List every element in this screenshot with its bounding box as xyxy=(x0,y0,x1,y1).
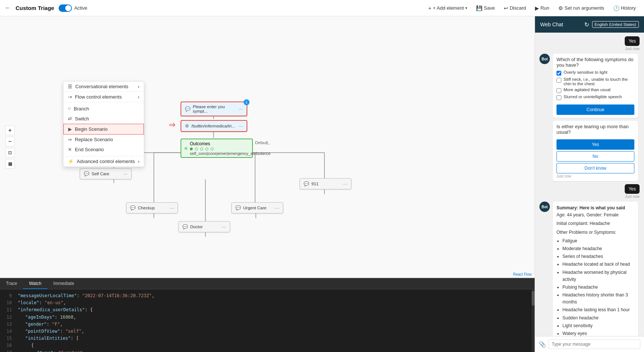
continue-button[interactable]: Continue xyxy=(557,104,634,115)
user-message-yes-2: Yes Just now xyxy=(539,184,640,199)
symptom-item: Watery eyes xyxy=(562,330,634,336)
outcome-dot-5 xyxy=(211,147,214,150)
checkbox-sensitive-light-input[interactable] xyxy=(557,71,561,76)
nine11-menu[interactable]: ··· xyxy=(343,181,347,187)
symptoms-checkboxes: Overly sensitive to light Stiff neck, i.… xyxy=(557,70,634,100)
back-button[interactable]: ← xyxy=(4,4,11,12)
flow-control-elements-header[interactable]: ⇢ Flow control elements › xyxy=(63,92,144,102)
canvas-area: ☰ Conversational elements › ⇢ Flow contr… xyxy=(0,16,535,352)
selfcare-icon: 💬 xyxy=(84,171,89,176)
discard-icon: ↩ xyxy=(504,5,508,11)
advanced-control-elements-header[interactable]: ⚡ Advanced control elements › xyxy=(63,156,144,167)
zoom-controls: + − ⊡ ▦ xyxy=(5,126,15,169)
debug-tabs: Trace Watch Immediate xyxy=(0,279,535,289)
symptom-item: Headaches history shorter than 3 months xyxy=(562,292,634,306)
yes-button[interactable]: Yes xyxy=(557,139,634,150)
checkbox-stiff-neck[interactable]: Stiff neck, i.e., unable to touch the ch… xyxy=(557,77,634,86)
bot-bubble-symptoms: Which of the following symptoms do you h… xyxy=(553,54,638,118)
toolbar-actions: + + Add element ▾ 💾 Save ↩ Discard ▶ Run… xyxy=(425,4,640,13)
menu-item-branch[interactable]: ⑂ Branch xyxy=(63,104,144,114)
user-bubble-yes-2: Yes xyxy=(625,184,640,194)
attach-button[interactable]: 📎 xyxy=(539,341,546,348)
nine11-node[interactable]: 💬 911 ··· xyxy=(300,178,351,189)
immediate-tab[interactable]: Immediate xyxy=(47,279,80,289)
discard-button[interactable]: ↩ Discard xyxy=(500,4,530,13)
flow-icon: ⇢ xyxy=(68,94,72,100)
react-flow-label: React Flow xyxy=(513,272,532,276)
dont-know-button[interactable]: Don't know xyxy=(557,163,634,173)
outcome-dot-3 xyxy=(200,147,203,150)
menu-item-end-scenario[interactable]: ✕ End Scenario xyxy=(63,145,144,155)
branch-icon: ⑂ xyxy=(68,106,71,112)
checkbox-sensitive-light[interactable]: Overly sensitive to light xyxy=(557,70,634,76)
debug-content[interactable]: 9"messageUserLocalTime": "2022-07-14T16:… xyxy=(0,289,535,352)
add-element-button[interactable]: + + Add element ▾ xyxy=(425,4,471,13)
menu-item-replace-scenario[interactable]: ⇒ Replace Scenario xyxy=(63,135,144,145)
history-button[interactable]: 🕐 History xyxy=(610,4,640,13)
symptom-item: Light sensitivity xyxy=(562,322,634,329)
symptom-node[interactable]: 💬 Please enter you sympt... ··· 1 xyxy=(181,102,247,116)
language-selector[interactable]: English (United States) xyxy=(592,21,639,28)
save-icon: 💾 xyxy=(476,5,482,11)
checkbox-stiff-neck-input[interactable] xyxy=(557,78,561,83)
zoom-in-button[interactable]: + xyxy=(5,126,15,135)
run-button[interactable]: ▶ Run xyxy=(531,4,553,13)
minimap-button[interactable]: ▦ xyxy=(5,159,15,169)
bot-eye-tearing-message: Is either eye tearing up more than usual… xyxy=(539,121,640,181)
infermedica-node[interactable]: ⚙ /builtin/infermedica/tri... ··· xyxy=(181,120,247,132)
outcome-dot-2 xyxy=(195,147,198,150)
checkup-node[interactable]: 💬 Checkup ··· xyxy=(126,202,178,213)
self-care-node[interactable]: 💬 Self Care ··· xyxy=(80,168,132,179)
debug-line-12: 12"ageInDays": 16060, xyxy=(4,314,530,321)
message-icon: 💬 xyxy=(185,106,191,112)
symptom-item: Moderate headache xyxy=(562,245,634,252)
debug-panel: Trace Watch Immediate 9"messageUserLocal… xyxy=(0,278,535,352)
webchat-header: Web Chat ↻ English (United States) xyxy=(535,16,644,33)
watch-tab[interactable]: Watch xyxy=(23,279,47,289)
refresh-button[interactable]: ↻ xyxy=(584,21,589,28)
context-menu: ☰ Conversational elements › ⇢ Flow contr… xyxy=(63,81,144,167)
topbar: ← Custom Triage Active + + Add element ▾… xyxy=(0,0,644,16)
outcomes-node[interactable]: ⊕ Outcomes ··· self_cons|cons|emer|emerg… xyxy=(181,139,253,158)
symptom-badge: 1 xyxy=(244,99,250,105)
debug-line-9: 9"messageUserLocalTime": "2022-07-14T16:… xyxy=(4,292,530,299)
bot-avatar-2: Bot xyxy=(539,202,550,212)
no-button[interactable]: No xyxy=(557,151,634,162)
fit-view-button[interactable]: ⊡ xyxy=(5,148,15,157)
symptom-item: Series of headaches xyxy=(562,253,634,260)
trace-tab[interactable]: Trace xyxy=(0,279,23,289)
message-input[interactable] xyxy=(548,339,640,349)
zoom-out-button[interactable]: − xyxy=(5,137,15,146)
timestamp-eye: Just now xyxy=(557,174,634,178)
webchat-title: Web Chat xyxy=(540,21,563,27)
set-run-args-button[interactable]: ⚙ Set run arguments xyxy=(555,4,608,13)
replace-scenario-icon: ⇒ xyxy=(68,137,72,142)
infermedica-node-menu[interactable]: ··· xyxy=(238,123,243,129)
timestamp-2: Just now xyxy=(625,195,640,199)
toggle-track[interactable] xyxy=(59,4,72,12)
flow-canvas[interactable]: ☰ Conversational elements › ⇢ Flow contr… xyxy=(0,16,535,278)
checkbox-agitated[interactable]: More agitated than usual xyxy=(557,87,634,93)
webchat-messages[interactable]: Yes Just now Bot Which of the following … xyxy=(535,33,644,336)
selfcare-menu[interactable]: ··· xyxy=(123,171,128,177)
outcomes-label: Outcomes xyxy=(190,141,210,146)
active-toggle[interactable]: Active xyxy=(59,4,87,12)
menu-item-switch[interactable]: ⇄ Switch xyxy=(63,114,144,124)
debug-line-14: 14"pointOfView": "self", xyxy=(4,328,530,335)
conversational-elements-header[interactable]: ☰ Conversational elements › xyxy=(63,82,144,92)
symptom-item: Sudden headache xyxy=(562,315,634,322)
urgent-care-node[interactable]: 💬 Urgent Care ··· xyxy=(231,202,283,213)
checkbox-slurred-input[interactable] xyxy=(557,95,561,100)
bot-symptoms-message: Bot Which of the following symptoms do y… xyxy=(539,54,640,118)
checkbox-slurred[interactable]: Slurred or unintelligible speech xyxy=(557,94,634,100)
urgentcare-menu[interactable]: ··· xyxy=(275,205,279,211)
doctor-menu[interactable]: ··· xyxy=(222,224,226,230)
debug-line-13: 13"gender": "F", xyxy=(4,321,530,328)
menu-item-begin-scenario[interactable]: ▶ Begin Scenario xyxy=(63,124,144,135)
checkup-menu[interactable]: ··· xyxy=(169,205,174,211)
checkbox-agitated-input[interactable] xyxy=(557,88,561,93)
symptom-node-menu[interactable]: ··· xyxy=(238,106,243,112)
save-button[interactable]: 💾 Save xyxy=(472,4,499,13)
outcomes-icon: ⊕ xyxy=(184,146,188,151)
doctor-node[interactable]: 💬 Doctor ··· xyxy=(178,221,230,232)
